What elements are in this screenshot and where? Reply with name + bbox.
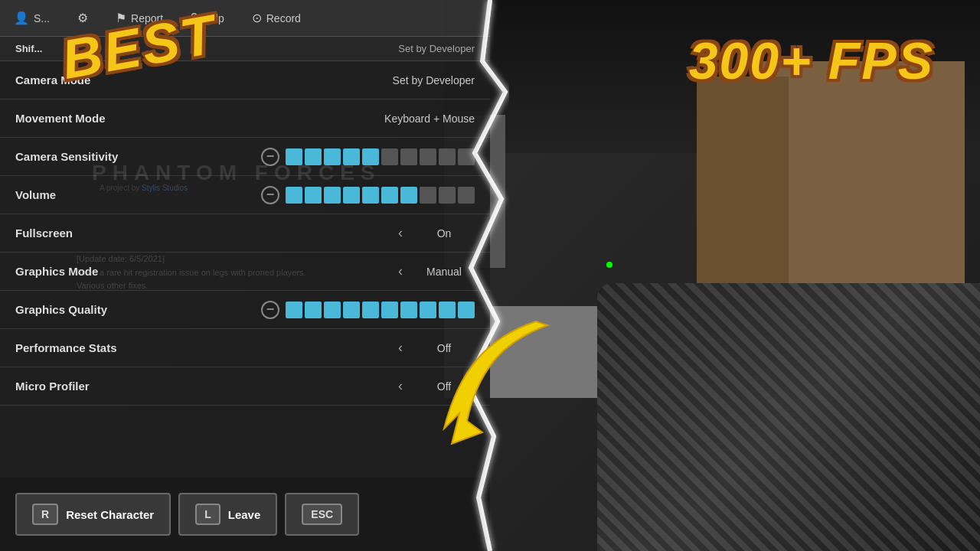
movement-mode-value: Keyboard + Mouse — [384, 112, 475, 125]
record-label: Record — [266, 12, 301, 24]
profile-label: S... — [34, 12, 50, 24]
graphics-mode-value: Manual — [413, 266, 475, 278]
phantom-forces-watermark: PHANTOM FORCES — [92, 161, 381, 185]
gq-block-4 — [343, 302, 360, 318]
profile-icon: 👤 — [14, 11, 29, 25]
fullscreen-row: Fullscreen ‹ On — [0, 214, 490, 253]
vol-block-9 — [439, 187, 456, 204]
graphics-quality-minus[interactable]: − — [261, 301, 279, 319]
vol-block-1 — [286, 187, 302, 204]
update-note-2: Various other fixes. — [77, 279, 306, 293]
block-9 — [439, 148, 456, 165]
movement-mode-control: Keyboard + Mouse — [168, 112, 475, 125]
volume-slider — [286, 187, 475, 204]
update-notes: [Update date: 6/5/2021] Fixed a rare hit… — [77, 253, 306, 293]
gq-block-5 — [362, 302, 379, 318]
block-6 — [381, 148, 398, 165]
fullscreen-control: ‹ On — [168, 223, 475, 243]
block-7 — [400, 148, 417, 165]
movement-mode-label: Movement Mode — [15, 112, 168, 125]
shift-lock-label: Shif... — [15, 43, 42, 54]
graphics-mode-left-arrow[interactable]: ‹ — [394, 262, 407, 281]
close-key-badge: ESC — [302, 504, 342, 525]
vol-block-7 — [400, 187, 417, 204]
camera-mode-value: Set by Developer — [393, 74, 475, 86]
leave-label: Leave — [228, 508, 261, 521]
vol-block-3 — [324, 187, 341, 204]
block-10 — [458, 148, 475, 165]
gq-block-6 — [381, 302, 398, 318]
micro-profiler-label: Micro Profiler — [15, 380, 168, 393]
volume-control: − — [168, 186, 475, 204]
credits: A project by Stylis Studios — [100, 184, 188, 192]
performance-stats-label: Performance Stats — [15, 341, 168, 354]
gun-sight — [606, 262, 612, 268]
graphics-quality-label: Graphics Quality — [15, 303, 168, 316]
record-btn[interactable]: ⊙ Record — [246, 8, 307, 28]
camera-mode-control: Set by Developer — [168, 74, 475, 86]
close-btn[interactable]: ESC — [285, 493, 359, 536]
vol-block-6 — [381, 187, 398, 204]
vol-block-5 — [362, 187, 379, 204]
shift-lock-value: Set by Developer — [398, 43, 475, 54]
record-icon: ⊙ — [252, 11, 262, 25]
gq-block-2 — [305, 302, 322, 318]
settings-icon: ⚙ — [77, 11, 88, 25]
reset-key-badge: R — [32, 504, 58, 525]
reset-character-btn[interactable]: R Reset Character — [15, 493, 171, 536]
fullscreen-label: Fullscreen — [15, 227, 168, 240]
gun-area — [597, 283, 980, 551]
vol-block-4 — [343, 187, 360, 204]
fullscreen-left-arrow[interactable]: ‹ — [394, 223, 407, 243]
gq-block-1 — [286, 302, 302, 318]
vol-block-8 — [420, 187, 436, 204]
reset-label: Reset Character — [66, 508, 154, 521]
gun-pattern — [597, 283, 980, 551]
volume-minus[interactable]: − — [261, 186, 279, 204]
bottom-buttons: R Reset Character L Leave ESC — [0, 478, 490, 551]
fullscreen-value: On — [413, 227, 475, 240]
update-date: [Update date: 6/5/2021] — [77, 253, 306, 266]
leave-key-badge: L — [195, 504, 220, 525]
profile-btn[interactable]: 👤 S... — [8, 8, 56, 28]
credits-text: A project by Stylis Studios — [100, 184, 188, 192]
building-left — [697, 77, 789, 291]
block-8 — [420, 148, 436, 165]
leave-btn[interactable]: L Leave — [178, 493, 277, 536]
update-note-1: Fixed a rare hit registration issue on l… — [77, 266, 306, 280]
yellow-arrow — [398, 306, 551, 459]
fps-overlay-text: 300+ FPS — [689, 31, 934, 90]
movement-mode-row: Movement Mode Keyboard + Mouse — [0, 99, 490, 138]
vol-block-10 — [458, 187, 475, 204]
vol-block-2 — [305, 187, 322, 204]
gq-block-3 — [324, 302, 341, 318]
